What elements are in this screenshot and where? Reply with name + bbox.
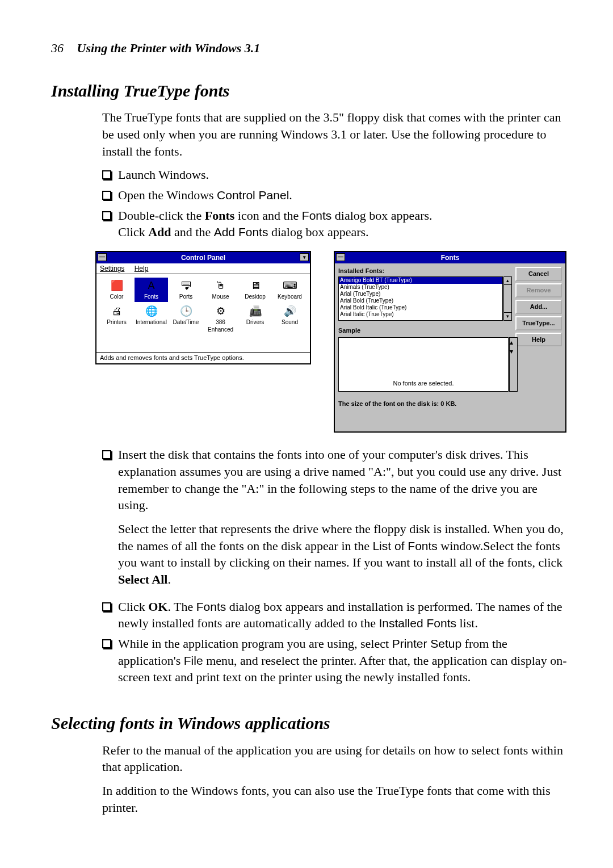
bullet-click-ok: Click OK. The Fonts dialog box appears a…: [118, 598, 568, 632]
font-list-row[interactable]: Arial Bold (TrueType): [339, 297, 502, 304]
bullet-icon: [102, 207, 118, 241]
menu-settings[interactable]: Settings: [100, 265, 124, 272]
font-list-row[interactable]: Amerigo Bold BT (TrueType): [339, 277, 502, 284]
international-icon: 🌐: [144, 304, 159, 318]
fonts-dialog: — Fonts Installed Fonts: Amerigo Bold BT…: [334, 251, 566, 433]
bullet-printer-setup: While in the application program you are…: [118, 635, 568, 686]
font-list-row[interactable]: Arial Bold Italic (TrueType): [339, 304, 502, 311]
cp-item-sound[interactable]: 🔊Sound: [273, 303, 306, 335]
cp-item-label: Fonts: [144, 293, 158, 301]
selecting-p2: In addition to the Windows fonts, you ca…: [102, 782, 568, 816]
cp-item-printers[interactable]: 🖨Printers: [100, 303, 133, 335]
sysmenu-icon[interactable]: —: [98, 253, 107, 261]
fonts-button-column: Cancel Remove Add... TrueType... Help: [515, 267, 562, 346]
color-icon: 🟥: [109, 279, 125, 292]
sysmenu-icon[interactable]: —: [336, 253, 345, 261]
drivers-icon: 📠: [247, 304, 263, 318]
sound-icon: 🔊: [282, 304, 298, 318]
cp-item-date-time[interactable]: 🕒Date/Time: [169, 303, 203, 335]
page-header: 36 Using the Printer with Windows 3.1: [51, 40, 568, 57]
font-list-row[interactable]: Arial (TrueType): [339, 291, 502, 297]
bullet-icon: [102, 187, 118, 204]
minimize-icon[interactable]: ▾: [300, 253, 309, 261]
cp-item-label: 386 Enhanced: [204, 318, 237, 334]
section-title-installing: Installing TrueType fonts: [51, 79, 568, 103]
chapter-title: Using the Printer with Windows 3.1: [77, 41, 261, 55]
page-number: 36: [51, 41, 64, 55]
bullet-icon: [102, 446, 118, 595]
control-panel-titlebar[interactable]: — Control Panel ▾: [96, 252, 310, 263]
cp-item-label: Drivers: [246, 318, 264, 326]
bullet-icon: [102, 635, 118, 686]
cp-item-desktop[interactable]: 🖥Desktop: [238, 278, 272, 302]
cp-item-label: International: [136, 318, 167, 326]
cp-item-label: Keyboard: [278, 293, 302, 301]
add-button[interactable]: Add...: [515, 300, 562, 314]
bullet-insert-disk: Insert the disk that contains the fonts …: [118, 446, 568, 595]
date-time-icon: 🕒: [178, 304, 194, 318]
bullet-launch-windows: Launch Windows.: [118, 166, 568, 183]
386-enhanced-icon: ⚙: [213, 304, 229, 318]
help-button[interactable]: Help: [515, 333, 562, 347]
cp-item-international[interactable]: 🌐International: [135, 303, 168, 335]
cp-item-mouse[interactable]: 🖱Mouse: [204, 278, 237, 302]
control-panel-menu[interactable]: Settings Help: [96, 263, 310, 274]
scroll-up-icon[interactable]: ▴: [510, 338, 517, 347]
listbox-scrollbar[interactable]: ▴ ▾: [503, 276, 512, 321]
cp-item-ports[interactable]: 🖦Ports: [169, 278, 203, 302]
cp-item-color[interactable]: 🟥Color: [100, 278, 133, 302]
bullet-icon: [102, 166, 118, 183]
sample-box: No fonts are selected.: [338, 337, 509, 392]
bullet-open-control-panel: Open the Windows Control Panel.: [118, 187, 568, 204]
figure-row: — Control Panel ▾ Settings Help 🟥ColorAF…: [95, 251, 568, 433]
desktop-icon: 🖥: [247, 279, 263, 292]
cp-item-keyboard[interactable]: ⌨Keyboard: [273, 278, 306, 302]
control-panel-body: 🟥ColorAFonts🖦Ports🖱Mouse🖥Desktop⌨Keyboar…: [96, 274, 310, 352]
sample-scrollbar[interactable]: ▴ ▾: [509, 337, 518, 392]
intro-paragraph: The TrueType fonts that are supplied on …: [102, 109, 568, 160]
menu-help[interactable]: Help: [135, 265, 149, 272]
font-list-row[interactable]: Arial Italic (TrueType): [339, 311, 502, 318]
scroll-down-icon[interactable]: ▾: [504, 312, 511, 320]
control-panel-window: — Control Panel ▾ Settings Help 🟥ColorAF…: [95, 251, 311, 364]
cancel-button[interactable]: Cancel: [515, 267, 562, 281]
section-title-selecting: Selecting fonts in Windows applications: [51, 712, 568, 735]
cp-item-label: Desktop: [245, 293, 266, 301]
keyboard-icon: ⌨: [282, 279, 298, 292]
font-list-row[interactable]: Animals (TrueType): [339, 284, 502, 291]
cp-item-386-enhanced[interactable]: ⚙386 Enhanced: [204, 303, 237, 335]
fonts-titlebar[interactable]: — Fonts: [335, 252, 565, 263]
bullet-icon: [102, 598, 118, 632]
cp-item-drivers[interactable]: 📠Drivers: [238, 303, 272, 335]
cp-item-label: Color: [110, 293, 124, 301]
cp-item-label: Date/Time: [173, 318, 199, 326]
scroll-down-icon[interactable]: ▾: [510, 347, 517, 356]
printers-icon: 🖨: [109, 304, 125, 318]
bullet-fonts-add: Double-click the Fonts icon and the Font…: [118, 207, 568, 241]
ports-icon: 🖦: [178, 279, 194, 292]
cp-item-label: Mouse: [212, 293, 229, 301]
fonts-icon: A: [144, 279, 159, 292]
cp-item-label: Sound: [282, 318, 298, 326]
remove-button[interactable]: Remove: [515, 283, 562, 297]
cp-item-label: Printers: [107, 318, 126, 326]
truetype-button[interactable]: TrueType...: [515, 316, 562, 330]
mouse-icon: 🖱: [213, 279, 229, 292]
scroll-up-icon[interactable]: ▴: [504, 277, 511, 285]
selecting-p1: Refer to the manual of the application y…: [102, 742, 568, 775]
cp-item-fonts[interactable]: AFonts: [135, 278, 168, 302]
cp-item-label: Ports: [179, 293, 192, 301]
font-size-line: The size of the font on the disk is: 0 K…: [338, 400, 562, 408]
installed-fonts-listbox[interactable]: Amerigo Bold BT (TrueType)Animals (TrueT…: [338, 276, 503, 321]
control-panel-status: Adds and removes fonts and sets TrueType…: [96, 352, 310, 363]
